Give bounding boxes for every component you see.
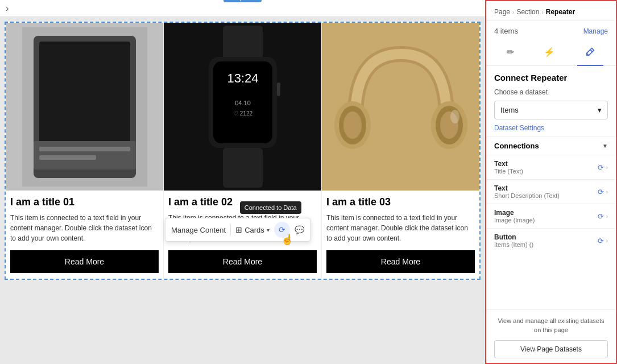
breadcrumb-section[interactable]: Section [516, 8, 539, 16]
tab-connect[interactable] [577, 41, 603, 66]
canvas-topbar: › [0, 0, 485, 17]
connection-type-4: Button [494, 233, 533, 241]
toolbar-divider [230, 224, 231, 235]
connect-link-icon-4: ⟳ [598, 237, 604, 245]
connect-link-icon-2: ⟳ [598, 188, 604, 196]
connection-icons-4: ⟳ › [598, 237, 608, 245]
connection-button-info: Button Items (Item) () [494, 233, 533, 248]
connection-text-desc-info: Text Short Description (Text) [494, 184, 560, 199]
card-1-image [6, 23, 163, 191]
card-3: I am a title 03 This item is connected t… [322, 23, 479, 279]
card-1-desc: This item is connected to a text field i… [10, 213, 159, 243]
connection-row-text-desc[interactable]: Text Short Description (Text) ⟳ › [486, 179, 616, 204]
card-1-title: I am a title 01 [10, 196, 159, 208]
card-3-title: I am a title 03 [326, 196, 475, 208]
svg-text:♡ 2122: ♡ 2122 [233, 110, 252, 117]
tab-animate[interactable]: ⚡ [536, 41, 563, 66]
card-2-read-more-button[interactable]: Read More [168, 250, 317, 273]
connected-tooltip: Connected to Data [240, 201, 301, 214]
card-3-read-more-button[interactable]: Read More [326, 250, 475, 273]
connect-link-icon-1: ⟳ [598, 163, 604, 172]
connections-collapse-icon[interactable]: ▼ [602, 143, 608, 149]
svg-rect-14 [277, 82, 280, 96]
manage-link[interactable]: Manage [583, 27, 608, 35]
dataset-dropdown[interactable]: Items ▾ [494, 101, 608, 119]
connection-field-1: Title (Text) [494, 168, 523, 175]
choose-dataset-label: Choose a dataset [486, 85, 616, 98]
connection-row-button[interactable]: Button Items (Item) () ⟳ › [486, 228, 616, 253]
connection-field-4: Items (Item) () [494, 241, 533, 248]
right-panel: Page › Section › Repeater 4 items Manage… [485, 0, 617, 364]
grid-icon: ⊞ [235, 225, 242, 234]
connection-field-2: Short Description (Text) [494, 192, 560, 199]
connection-icons-1: ⟳ › [598, 163, 608, 172]
connect-link-icon-3: ⟳ [598, 212, 604, 221]
breadcrumb-sep-2: › [541, 9, 543, 15]
breadcrumb-current: Repeater [546, 8, 575, 16]
chevron-down-icon: ▾ [267, 227, 270, 233]
items-count-row: 4 items Manage [486, 21, 616, 41]
floating-toolbar: Manage Content ⊞ Cards ▾ ⟳ Connected to … [165, 218, 310, 242]
svg-rect-5 [39, 155, 96, 160]
breadcrumb-sep-1: › [512, 9, 514, 15]
connection-type-2: Text [494, 184, 560, 192]
dataset-settings-link[interactable]: Dataset Settings [486, 123, 616, 136]
connect-repeater-title: Connect Repeater [486, 66, 616, 85]
card-1-content: I am a title 01 This item is connected t… [6, 191, 163, 279]
card-3-image [322, 23, 479, 191]
connection-icons-3: ⟳ › [598, 212, 608, 221]
layout-selector[interactable]: ⊞ Cards ▾ [235, 225, 270, 234]
svg-text:04.10: 04.10 [235, 100, 251, 106]
connection-type-3: Image [494, 209, 535, 217]
collapse-icon[interactable]: › [6, 3, 9, 14]
breadcrumb-page: Page [494, 8, 510, 16]
connection-row-text-title[interactable]: Text Title (Text) ⟳ › [486, 155, 616, 179]
manage-content-button[interactable]: Manage Content [171, 226, 226, 234]
chevron-right-icon-1: › [606, 164, 608, 171]
svg-rect-7 [223, 26, 263, 60]
connection-image-info: Image Image (Image) [494, 209, 535, 224]
connect-data-button[interactable]: ⟳ Connected to Data ☝ [274, 222, 290, 238]
connections-label: Connections [494, 142, 539, 150]
panel-bottom: View and manage all existing datasets on… [486, 309, 616, 363]
canvas-area: › I am a title [0, 0, 485, 364]
card-2-image: 13:24 04.10 ♡ 2122 [164, 23, 321, 191]
connection-row-image[interactable]: Image Image (Image) ⟳ › [486, 204, 616, 228]
view-page-datasets-button[interactable]: View Page Datasets [494, 340, 608, 358]
connection-field-3: Image (Image) [494, 217, 535, 224]
breadcrumb: Page › Section › Repeater [486, 1, 616, 21]
card-3-content: I am a title 03 This item is connected t… [322, 191, 479, 279]
dataset-value: Items [500, 106, 519, 114]
svg-point-18 [343, 111, 362, 139]
panel-bottom-text: View and manage all existing datasets on… [494, 317, 608, 334]
svg-point-22 [450, 110, 459, 123]
repeater-badge[interactable]: ‹ Repeater [223, 0, 262, 2]
items-count: 4 items [494, 27, 518, 35]
card-1-read-more-button[interactable]: Read More [10, 250, 159, 273]
tab-edit[interactable]: ✏ [499, 41, 522, 66]
connections-header: Connections ▼ [486, 136, 616, 155]
connection-icons-2: ⟳ › [598, 188, 608, 196]
repeater-badge-label: ‹ Repeater [228, 0, 258, 1]
chevron-right-icon-3: › [606, 213, 608, 220]
svg-rect-4 [39, 147, 130, 151]
chevron-right-icon-4: › [606, 238, 608, 244]
layout-label: Cards [245, 226, 264, 234]
svg-text:13:24: 13:24 [227, 71, 258, 85]
connection-type-1: Text [494, 160, 523, 168]
chevron-right-icon-2: › [606, 189, 608, 195]
connection-text-title-info: Text Title (Text) [494, 160, 523, 175]
card-1: I am a title 01 This item is connected t… [6, 23, 164, 279]
card-3-desc: This item is connected to a text field i… [326, 213, 475, 243]
svg-rect-13 [223, 148, 263, 188]
panel-tabs: ✏ ⚡ [486, 41, 616, 66]
comment-icon[interactable]: 💬 [295, 225, 304, 234]
cursor-icon: ☝ [281, 233, 293, 246]
dropdown-chevron-icon: ▾ [598, 106, 602, 114]
